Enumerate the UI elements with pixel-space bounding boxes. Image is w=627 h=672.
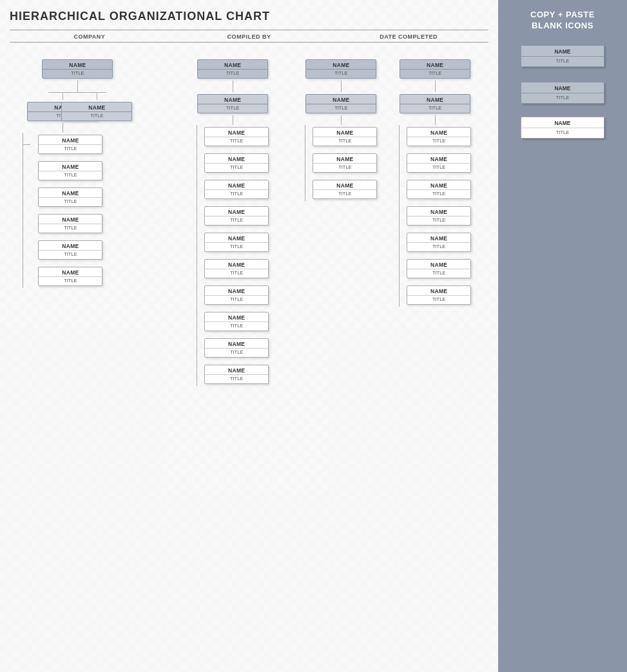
col1-sub-item-4: NAME TITLE (30, 212, 102, 235)
sidebar: COPY + PASTE BLANK ICONS NAME TITLE NAME… (498, 0, 627, 672)
col1-mid1-vline (63, 123, 63, 133)
col3-mid-node[interactable]: NAME TITLE (305, 94, 376, 113)
org-chart: NAME TITLE NAME TITLE (0, 51, 498, 392)
col1-top-name: NAME (43, 60, 112, 69)
col2-sub-list: NAME TITLE NAME TITLE NAME TITLE (197, 125, 269, 386)
col2-sub-7[interactable]: NAME TITLE (204, 285, 269, 305)
svg-rect-10 (569, 277, 608, 283)
col2-sub-2[interactable]: NAME TITLE (204, 153, 269, 173)
company-field: COMPANY (10, 34, 169, 43)
col4-sub-2[interactable]: NAME TITLE (407, 153, 471, 173)
col1-vline1 (77, 81, 78, 92)
header-fields: COMPANY COMPILED BY DATE COMPLETED (10, 30, 488, 43)
blank-diagram-svg (514, 158, 611, 287)
col3-sub-list: NAME TITLE NAME TITLE NAME TITLE (305, 125, 377, 201)
compiled-by-field: COMPILED BY (169, 34, 329, 43)
col4-sub-5[interactable]: NAME TITLE (407, 233, 471, 252)
sidebar-node-3[interactable]: NAME TITLE (521, 117, 604, 139)
col4-sub-list: NAME TITLE NAME TITLE NAME TITLE (399, 125, 471, 307)
col2-top-node[interactable]: NAME TITLE (197, 59, 268, 79)
sidebar-node-1-title: TITLE (521, 56, 604, 66)
header: HIERARCHICAL ORGANIZATIONAL CHART COMPAN… (0, 0, 498, 51)
col4-tree: NAME TITLE NAME TITLE NAME (390, 57, 480, 386)
content-area: HIERARCHICAL ORGANIZATIONAL CHART COMPAN… (0, 0, 498, 672)
col2-sub-6[interactable]: NAME TITLE (204, 259, 269, 278)
col2-tree: NAME TITLE NAME TITLE NAME (173, 57, 293, 386)
main-container: HIERARCHICAL ORGANIZATIONAL CHART COMPAN… (0, 0, 627, 672)
col1-sub-item-1: NAME TITLE (30, 133, 102, 156)
svg-rect-8 (569, 245, 608, 267)
col3-sub-1[interactable]: NAME TITLE (313, 127, 377, 146)
col1-mid-node-2[interactable]: NAME TITLE (61, 102, 132, 121)
date-completed-field: DATE COMPLETED (329, 34, 488, 43)
col1-sub-list: NAME TITLE NAME TITLE (23, 133, 102, 288)
sidebar-node-3-wrapper: NAME TITLE (498, 110, 627, 145)
page-title: HIERARCHICAL ORGANIZATIONAL CHART (10, 10, 488, 23)
col2-sub-10[interactable]: NAME TITLE (204, 365, 269, 384)
col2-sub-9[interactable]: NAME TITLE (204, 338, 269, 358)
col2-mid-node[interactable]: NAME TITLE (197, 94, 268, 113)
col4-top-node[interactable]: NAME TITLE (400, 59, 470, 79)
col3-sub-2[interactable]: NAME TITLE (313, 153, 377, 173)
sidebar-node-3-title: TITLE (521, 128, 604, 138)
col1-top-title: TITLE (43, 69, 112, 78)
col4-sub-7[interactable]: NAME TITLE (407, 285, 471, 305)
sidebar-node-2-title: TITLE (521, 93, 604, 103)
col1-mid-right: NAME TITLE (61, 92, 132, 123)
sidebar-node-2-wrapper: NAME TITLE (498, 75, 627, 110)
col2-sub-3[interactable]: NAME TITLE (204, 180, 269, 199)
col3-top-node[interactable]: NAME TITLE (305, 59, 376, 79)
col1-top-node[interactable]: NAME TITLE (42, 59, 113, 79)
svg-rect-6 (569, 209, 608, 232)
col1-sub-item-6: NAME TITLE (30, 265, 102, 288)
sidebar-node-1-wrapper: NAME TITLE (498, 37, 627, 75)
sidebar-node-1[interactable]: NAME TITLE (521, 45, 604, 67)
sidebar-node-2[interactable]: NAME TITLE (521, 82, 604, 104)
col3-sub-3[interactable]: NAME TITLE (313, 180, 377, 199)
col1-sub-item-3: NAME TITLE (30, 186, 102, 209)
col3-tree: NAME TITLE NAME TITLE NAME (296, 57, 386, 386)
col2-sub-1[interactable]: NAME TITLE (204, 127, 269, 146)
col2-sub-4[interactable]: NAME TITLE (204, 206, 269, 226)
svg-rect-0 (534, 161, 585, 184)
sidebar-node-1-name: NAME (521, 46, 604, 56)
col1-sub-item-5: NAME TITLE (30, 238, 102, 262)
col4-sub-4[interactable]: NAME TITLE (407, 206, 471, 226)
sidebar-node-3-name: NAME (521, 117, 604, 128)
sidebar-node-2-name: NAME (521, 82, 604, 93)
col1-sub-item-2: NAME TITLE (30, 159, 102, 182)
copy-paste-title: COPY + PASTE BLANK ICONS (505, 10, 621, 32)
col4-sub-3[interactable]: NAME TITLE (407, 180, 471, 199)
col4-mid-node[interactable]: NAME TITLE (400, 94, 470, 113)
col4-sub-6[interactable]: NAME TITLE (407, 259, 471, 278)
col1-tree: NAME TITLE NAME TITLE (18, 57, 137, 386)
col2-sub-5[interactable]: NAME TITLE (204, 233, 269, 252)
col4-sub-1[interactable]: NAME TITLE (407, 127, 471, 146)
sidebar-header: COPY + PASTE BLANK ICONS (498, 0, 627, 37)
blank-diagram (514, 158, 611, 288)
svg-rect-4 (517, 209, 550, 232)
col2-sub-8[interactable]: NAME TITLE (204, 312, 269, 331)
